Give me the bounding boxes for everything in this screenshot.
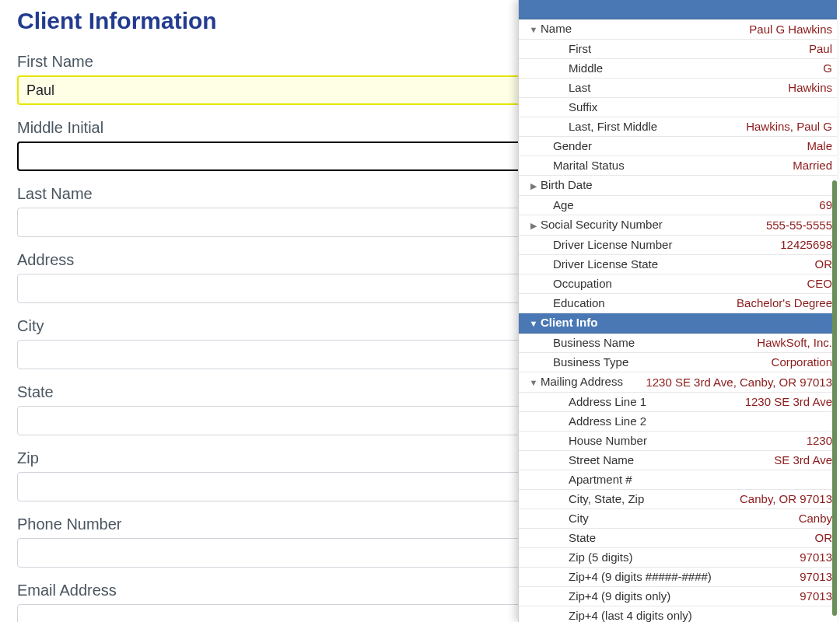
- panel-label-text: Gender: [553, 139, 592, 152]
- panel-row[interactable]: Mailing Address1230 SE 3rd Ave, Canby, O…: [519, 372, 837, 393]
- panel-row-label: Zip+4 (9 digits only): [523, 589, 795, 604]
- panel-row-label: Mailing Address: [523, 374, 641, 390]
- panel-row[interactable]: EducationBachelor's Degree: [519, 294, 837, 313]
- panel-label-text: Zip+4 (9 digits #####-####): [569, 570, 712, 583]
- panel-row[interactable]: Last, First MiddleHawkins, Paul G: [519, 117, 837, 137]
- panel-label-text: Mailing Address: [541, 375, 623, 388]
- panel-row-value: CEO: [802, 276, 832, 292]
- panel-label-text: Social Security Number: [541, 218, 663, 231]
- info-panel: NamePaul G HawkinsFirstPaulMiddleGLastHa…: [518, 0, 837, 622]
- panel-row-label: Gender: [523, 138, 802, 154]
- panel-row[interactable]: Business NameHawkSoft, Inc.: [519, 334, 837, 353]
- panel-row-value: Hawkins: [783, 80, 832, 96]
- panel-row-value: Hawkins, Paul G: [741, 119, 832, 135]
- panel-label-text: Education: [553, 296, 605, 309]
- panel-row[interactable]: FirstPaul: [519, 40, 837, 59]
- panel-row[interactable]: StateOR: [519, 529, 837, 548]
- panel-label-text: Last: [569, 81, 590, 94]
- panel-row[interactable]: Address Line 11230 SE 3rd Ave: [519, 393, 837, 412]
- panel-row[interactable]: Birth Date: [519, 176, 837, 196]
- chevron-right-icon[interactable]: [528, 218, 539, 233]
- panel-label-text: Zip (5 digits): [569, 550, 633, 564]
- panel-row-label: Business Type: [523, 355, 767, 370]
- panel-row[interactable]: Suffix: [519, 98, 837, 117]
- chevron-right-icon[interactable]: [528, 178, 539, 194]
- panel-row-label: Apartment #: [523, 472, 828, 487]
- panel-row[interactable]: Address Line 2: [519, 412, 837, 432]
- panel-row-label: Marital Status: [523, 158, 788, 173]
- panel-label-text: Client Info: [541, 316, 597, 329]
- panel-row[interactable]: City, State, ZipCanby, OR 97013: [519, 490, 837, 509]
- panel-label-text: Driver License State: [553, 257, 658, 271]
- scrollbar[interactable]: [831, 0, 837, 622]
- panel-row-value: Canby: [794, 511, 832, 526]
- panel-label-text: Age: [553, 198, 574, 211]
- panel-row-label: Middle: [523, 61, 818, 76]
- panel-row-value: Corporation: [767, 355, 832, 370]
- panel-label-text: Marital Status: [553, 159, 625, 172]
- panel-row[interactable]: Client Info: [519, 313, 837, 334]
- chevron-down-icon[interactable]: [528, 375, 539, 390]
- panel-row[interactable]: Business TypeCorporation: [519, 353, 837, 372]
- panel-row-label: House Number: [523, 433, 802, 449]
- panel-row-value: 12425698: [775, 237, 832, 253]
- panel-row[interactable]: Zip+4 (9 digits only)97013: [519, 587, 837, 606]
- panel-label-text: City: [569, 512, 589, 525]
- panel-row-label: State: [523, 530, 810, 546]
- panel-row[interactable]: Zip+4 (9 digits #####-####)97013: [519, 568, 837, 587]
- panel-row-label: Business Name: [523, 335, 752, 351]
- panel-row[interactable]: House Number1230: [519, 432, 837, 451]
- panel-row[interactable]: Age69: [519, 196, 837, 215]
- panel-row[interactable]: Driver License StateOR: [519, 255, 837, 274]
- panel-label-text: Zip+4 (9 digits only): [569, 589, 670, 603]
- panel-row[interactable]: Marital StatusMarried: [519, 156, 837, 176]
- panel-label-text: Name: [541, 22, 572, 35]
- panel-label-text: Address Line 1: [569, 395, 646, 408]
- panel-row-label: Street Name: [523, 453, 769, 468]
- panel-row-value: 69: [814, 197, 832, 213]
- panel-row[interactable]: Social Security Number555-55-5555: [519, 215, 837, 236]
- panel-row-label: Address Line 2: [523, 414, 828, 429]
- panel-row[interactable]: [519, 0, 837, 19]
- panel-row[interactable]: MiddleG: [519, 59, 837, 79]
- panel-row-label: [523, 2, 828, 17]
- panel-row-value: 97013: [795, 569, 832, 585]
- panel-row-label: First: [523, 41, 804, 57]
- panel-row-label: Occupation: [523, 276, 802, 292]
- panel-row-label: Age: [523, 197, 814, 213]
- panel-row-value: Male: [802, 138, 832, 154]
- panel-row-label: Address Line 1: [523, 394, 740, 410]
- info-panel-scroll[interactable]: NamePaul G HawkinsFirstPaulMiddleGLastHa…: [519, 0, 837, 622]
- panel-row-label: Education: [523, 295, 732, 311]
- panel-label-text: Business Name: [553, 336, 635, 349]
- panel-row[interactable]: Street NameSE 3rd Ave: [519, 451, 837, 470]
- scrollbar-thumb[interactable]: [832, 180, 837, 616]
- panel-label-text: Address Line 2: [569, 414, 646, 428]
- panel-row[interactable]: CityCanby: [519, 509, 837, 529]
- panel-row[interactable]: OccupationCEO: [519, 274, 837, 294]
- panel-row-label: City, State, Zip: [523, 491, 735, 507]
- panel-label-text: Street Name: [569, 453, 634, 466]
- panel-row-value: Married: [788, 158, 832, 173]
- panel-row-value: Paul G Hawkins: [744, 22, 832, 37]
- panel-row-label: Social Security Number: [523, 217, 761, 233]
- panel-row-value: OR: [810, 257, 833, 272]
- panel-row[interactable]: Zip (5 digits)97013: [519, 548, 837, 568]
- panel-row-value: 555-55-5555: [761, 218, 832, 233]
- panel-row[interactable]: Zip+4 (last 4 digits only): [519, 606, 837, 622]
- panel-row-value: Bachelor's Degree: [732, 295, 832, 311]
- panel-row-label: Client Info: [523, 315, 832, 331]
- panel-label-text: Suffix: [569, 100, 597, 114]
- chevron-down-icon[interactable]: [528, 22, 539, 37]
- panel-row-value: 97013: [795, 550, 832, 565]
- panel-row-value: Paul: [804, 41, 832, 57]
- panel-row-value: 1230: [802, 433, 832, 449]
- panel-row-label: City: [523, 511, 794, 526]
- panel-row[interactable]: GenderMale: [519, 137, 837, 156]
- panel-row[interactable]: Driver License Number12425698: [519, 236, 837, 255]
- panel-row[interactable]: Apartment #: [519, 470, 837, 490]
- panel-row[interactable]: LastHawkins: [519, 79, 837, 98]
- panel-row[interactable]: NamePaul G Hawkins: [519, 19, 837, 40]
- chevron-down-icon[interactable]: [528, 316, 539, 331]
- panel-row-value: 97013: [795, 589, 832, 604]
